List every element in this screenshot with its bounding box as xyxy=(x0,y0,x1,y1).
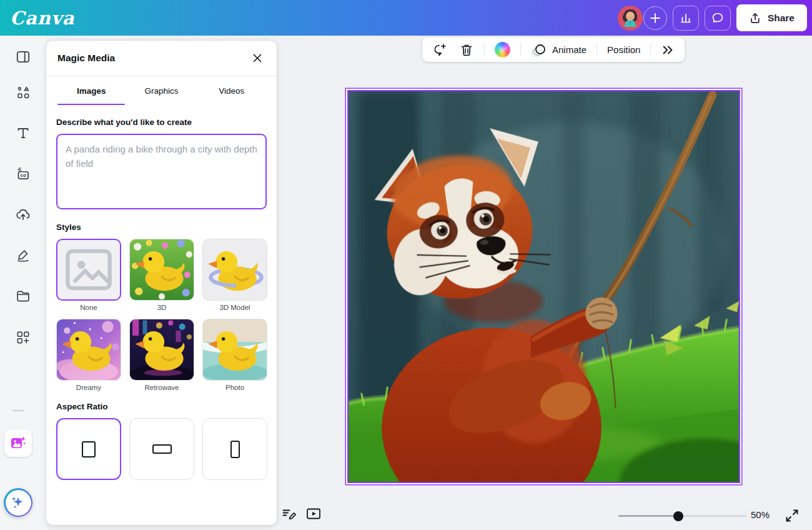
notes-icon xyxy=(281,506,296,521)
portrait-ratio-icon xyxy=(230,441,240,458)
aspect-ratio-landscape[interactable] xyxy=(129,418,194,480)
panel-header: Magic Media xyxy=(46,41,277,76)
trash-icon xyxy=(459,42,474,58)
style-thumb-photo xyxy=(203,319,267,380)
zoom-slider[interactable] xyxy=(618,515,746,517)
apps-icon xyxy=(15,329,31,346)
sidebar-item-draw[interactable] xyxy=(11,242,36,268)
sidebar-item-apps[interactable] xyxy=(11,325,36,350)
style-option-3d[interactable]: 3D xyxy=(129,239,194,311)
animate-button[interactable]: Animate xyxy=(529,41,588,59)
position-label: Position xyxy=(607,44,640,55)
topbar: Canva xyxy=(0,0,812,36)
animate-icon xyxy=(531,42,547,58)
style-label: None xyxy=(56,304,121,311)
insights-button[interactable] xyxy=(673,6,699,31)
styles-heading: Styles xyxy=(56,222,267,232)
style-label: Dreamy xyxy=(56,384,121,391)
assistant-button[interactable] xyxy=(4,488,32,517)
comment-plus-icon xyxy=(432,42,447,58)
tab-videos[interactable]: Videos xyxy=(197,76,267,105)
style-thumb-retrowave xyxy=(130,319,194,380)
bar-chart-icon xyxy=(680,12,692,24)
prompt-input[interactable] xyxy=(56,134,267,209)
sidebar-item-elements[interactable] xyxy=(11,80,36,105)
style-thumb-3d xyxy=(130,239,194,300)
more-tools-button[interactable] xyxy=(659,41,676,59)
sidebar-item-design[interactable] xyxy=(11,44,36,69)
aspect-ratio-heading: Aspect Ratio xyxy=(56,402,267,411)
tab-images[interactable]: Images xyxy=(56,76,126,105)
landscape-ratio-icon xyxy=(152,444,172,454)
speech-bubble-icon xyxy=(711,11,725,25)
comments-button[interactable] xyxy=(705,6,731,31)
fullscreen-button[interactable] xyxy=(785,508,800,523)
sidebar-item-uploads[interactable] xyxy=(11,202,36,227)
sparkles-icon xyxy=(10,494,26,511)
style-label: Retrowave xyxy=(129,384,194,391)
expand-icon xyxy=(785,508,800,523)
design-icon xyxy=(15,49,31,65)
folder-icon xyxy=(15,288,31,304)
toolbar-divider xyxy=(484,44,485,56)
toolbar-divider xyxy=(597,44,597,56)
add-button[interactable] xyxy=(643,6,667,30)
position-button[interactable]: Position xyxy=(605,42,642,57)
sidebar-divider xyxy=(12,410,24,411)
zoom-slider-thumb[interactable] xyxy=(673,511,683,521)
toolbar-divider xyxy=(650,44,651,56)
style-label: 3D Model xyxy=(202,304,267,311)
zoom-level[interactable]: 50% xyxy=(751,509,770,520)
avatar[interactable] xyxy=(618,6,643,31)
style-label: Photo xyxy=(202,384,267,391)
zoom-slider-fill xyxy=(618,515,678,517)
color-wheel-icon xyxy=(495,42,510,58)
magic-media-panel: Magic Media Images Graphics Videos Descr… xyxy=(46,41,277,525)
color-picker-button[interactable] xyxy=(493,40,512,59)
share-label: Share xyxy=(768,12,795,24)
prompt-label: Describe what you'd like to create xyxy=(56,118,267,127)
text-icon xyxy=(15,125,31,141)
canva-logo[interactable]: Canva xyxy=(10,8,75,29)
sidebar: co xyxy=(0,36,46,530)
panel-title: Magic Media xyxy=(57,52,115,64)
style-thumb-dreamy xyxy=(57,319,121,380)
elements-icon xyxy=(15,84,31,101)
aspect-ratio-square[interactable] xyxy=(56,418,121,480)
avatar-illustration xyxy=(618,6,643,31)
style-option-dreamy[interactable]: Dreamy xyxy=(56,319,121,391)
edit-toolbar: Animate Position xyxy=(422,38,685,62)
present-play-icon xyxy=(305,506,322,521)
style-option-retrowave[interactable]: Retrowave xyxy=(129,319,194,391)
share-upload-icon xyxy=(749,12,761,24)
sidebar-item-brand[interactable]: co xyxy=(11,161,36,186)
present-button[interactable] xyxy=(305,506,322,522)
aspect-ratio-grid xyxy=(56,418,267,480)
toolbar-divider xyxy=(520,44,521,56)
styles-grid: None xyxy=(56,239,267,391)
style-option-none[interactable]: None xyxy=(56,239,121,311)
share-button[interactable]: Share xyxy=(736,4,807,31)
style-option-photo[interactable]: Photo xyxy=(202,319,267,391)
tab-graphics[interactable]: Graphics xyxy=(126,76,196,105)
delete-button[interactable] xyxy=(457,41,476,59)
sidebar-item-text[interactable] xyxy=(11,121,36,146)
red-panda-illustration xyxy=(349,91,739,482)
style-thumb-3d-model xyxy=(203,239,267,300)
sidebar-item-projects[interactable] xyxy=(11,284,36,309)
svg-text:co: co xyxy=(20,172,26,178)
close-icon xyxy=(252,53,262,63)
close-panel-button[interactable] xyxy=(249,50,265,66)
comment-button[interactable] xyxy=(430,41,449,59)
canvas-image[interactable] xyxy=(347,90,740,483)
brand-icon: co xyxy=(15,166,31,182)
panel-tabs: Images Graphics Videos xyxy=(46,76,277,105)
double-chevron-right-icon xyxy=(661,43,675,57)
sidebar-item-magic-media[interactable] xyxy=(4,429,32,457)
style-option-3d-model[interactable]: 3D Model xyxy=(202,239,267,311)
draw-icon xyxy=(15,247,31,263)
image-placeholder-icon xyxy=(57,240,120,299)
notes-button[interactable] xyxy=(280,506,297,522)
square-ratio-icon xyxy=(82,441,96,458)
aspect-ratio-portrait[interactable] xyxy=(202,418,267,480)
